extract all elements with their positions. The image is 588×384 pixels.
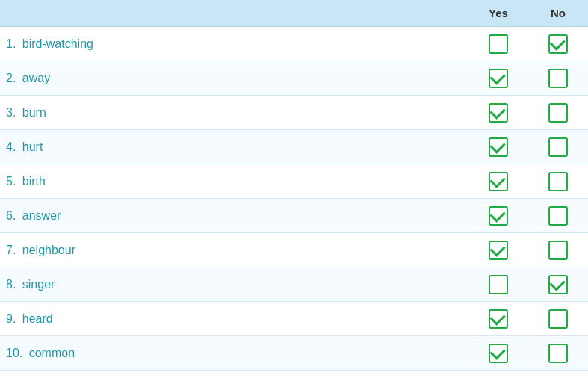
row-no-cell[interactable]	[528, 172, 588, 191]
yes-checkbox[interactable]	[489, 172, 508, 191]
row-yes-cell[interactable]	[468, 206, 528, 226]
yes-checkbox[interactable]	[489, 137, 508, 157]
row-yes-cell[interactable]	[468, 172, 528, 191]
row-label: singer	[22, 278, 55, 291]
header-yes-col: Yes	[468, 7, 528, 19]
row-yes-cell[interactable]	[468, 241, 528, 260]
row-yes-cell[interactable]	[468, 344, 528, 363]
table-row: 8. singer	[0, 267, 588, 302]
row-number: 10.	[6, 347, 26, 359]
no-checkbox[interactable]	[548, 34, 568, 54]
row-word: 9. heard	[0, 312, 468, 326]
row-word: 5. birth	[0, 175, 468, 188]
row-no-cell[interactable]	[528, 69, 588, 88]
table-row: 10. common	[0, 336, 588, 371]
row-no-cell[interactable]	[528, 275, 588, 294]
row-word: 10. common	[0, 347, 468, 360]
yes-checkbox[interactable]	[489, 309, 508, 329]
row-word: 7. neighbour	[0, 244, 468, 257]
no-checkbox[interactable]	[548, 69, 568, 88]
row-yes-cell[interactable]	[468, 69, 528, 88]
no-checkbox[interactable]	[548, 275, 568, 294]
row-number: 6.	[6, 209, 19, 222]
row-word: 6. answer	[0, 209, 468, 223]
row-word: 3. burn	[0, 106, 468, 120]
row-number: 4.	[6, 140, 19, 153]
row-number: 2.	[6, 72, 19, 84]
row-no-cell[interactable]	[528, 206, 588, 226]
row-number: 5.	[6, 175, 19, 188]
table-row: 2. away	[0, 61, 588, 96]
row-word: 1. bird-watching	[0, 37, 468, 51]
row-label: burn	[22, 106, 46, 119]
table-row: 4. hurt	[0, 130, 588, 164]
row-no-cell[interactable]	[528, 103, 588, 123]
row-word: 2. away	[0, 72, 468, 85]
main-table: Yes No 1. bird-watching2. away3. burn4. …	[0, 0, 588, 371]
table-row: 1. bird-watching	[0, 27, 588, 61]
row-number: 8.	[6, 278, 19, 291]
row-label: birth	[22, 175, 46, 188]
table-row: 9. heard	[0, 302, 588, 336]
row-label: neighbour	[22, 244, 75, 256]
no-checkbox[interactable]	[548, 344, 568, 363]
row-word: 8. singer	[0, 278, 468, 291]
yes-checkbox[interactable]	[489, 103, 508, 123]
row-label: common	[29, 347, 75, 359]
row-word: 4. hurt	[0, 140, 468, 154]
row-yes-cell[interactable]	[468, 103, 528, 123]
row-label: answer	[22, 209, 61, 222]
row-label: heard	[22, 312, 53, 325]
row-label: hurt	[22, 140, 43, 153]
rows-container: 1. bird-watching2. away3. burn4. hurt5. …	[0, 27, 588, 371]
yes-checkbox[interactable]	[489, 34, 508, 54]
no-checkbox[interactable]	[548, 241, 568, 260]
header-no-col: No	[528, 7, 588, 19]
row-no-cell[interactable]	[528, 137, 588, 157]
table-row: 6. answer	[0, 199, 588, 233]
table-row: 3. burn	[0, 96, 588, 130]
row-no-cell[interactable]	[528, 344, 588, 363]
no-checkbox[interactable]	[548, 172, 568, 191]
no-checkbox[interactable]	[548, 309, 568, 329]
no-checkbox[interactable]	[548, 137, 568, 157]
row-number: 9.	[6, 312, 19, 325]
row-number: 3.	[6, 106, 19, 119]
row-label: bird-watching	[22, 37, 93, 50]
row-yes-cell[interactable]	[468, 34, 528, 54]
yes-checkbox[interactable]	[489, 69, 508, 88]
yes-checkbox[interactable]	[489, 241, 508, 260]
row-yes-cell[interactable]	[468, 309, 528, 329]
row-no-cell[interactable]	[528, 241, 588, 260]
row-label: away	[22, 72, 50, 84]
row-yes-cell[interactable]	[468, 275, 528, 294]
no-checkbox[interactable]	[548, 103, 568, 123]
row-yes-cell[interactable]	[468, 137, 528, 157]
yes-checkbox[interactable]	[489, 275, 508, 294]
row-no-cell[interactable]	[528, 34, 588, 54]
row-number: 1.	[6, 37, 19, 50]
yes-checkbox[interactable]	[489, 344, 508, 363]
yes-checkbox[interactable]	[489, 206, 508, 226]
table-row: 7. neighbour	[0, 233, 588, 267]
row-number: 7.	[6, 244, 19, 256]
table-row: 5. birth	[0, 164, 588, 199]
no-checkbox[interactable]	[548, 206, 568, 226]
table-header: Yes No	[0, 0, 588, 27]
row-no-cell[interactable]	[528, 309, 588, 329]
